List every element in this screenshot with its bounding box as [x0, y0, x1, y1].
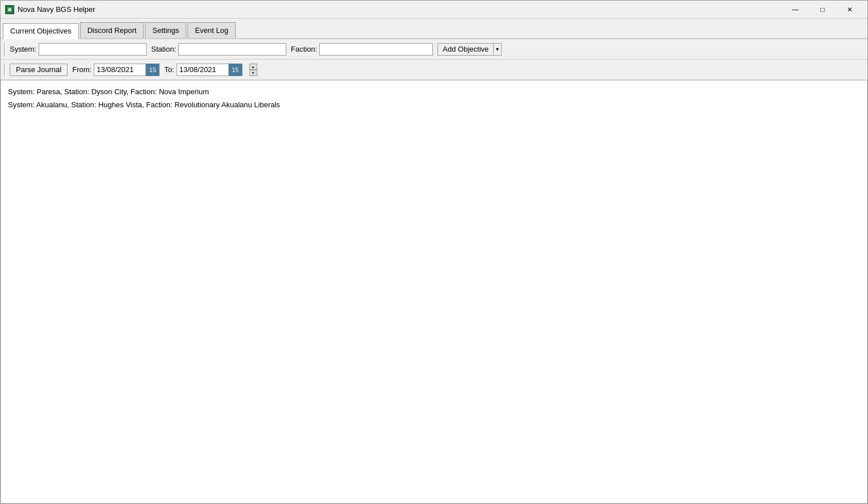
- main-window: Nova Navy BGS Helper — □ ✕ Current Objec…: [0, 0, 868, 504]
- from-label: From:: [72, 65, 91, 74]
- parse-journal-button[interactable]: Parse Journal: [10, 64, 68, 76]
- station-input[interactable]: [178, 43, 286, 56]
- station-label: Station:: [151, 45, 176, 53]
- list-item: System: Akualanu, Station: Hughes Vista,…: [8, 98, 860, 111]
- tab-bar: Current Objectives Discord Report Settin…: [1, 19, 867, 39]
- tab-event-log[interactable]: Event Log: [187, 22, 236, 38]
- system-label: System:: [10, 45, 36, 53]
- date-scroll-buttons: ▲ ▼: [249, 64, 257, 76]
- scroll-down-button[interactable]: ▼: [249, 70, 257, 76]
- toolbar-row-2: Parse Journal From: 13/08/2021 15 To: 13…: [1, 60, 867, 80]
- from-calendar-button[interactable]: 15: [145, 64, 159, 76]
- to-calendar-button[interactable]: 15: [228, 64, 242, 76]
- to-date-group: 13/08/2021 15: [177, 64, 243, 76]
- tab-discord-report[interactable]: Discord Report: [80, 22, 144, 38]
- from-date-group: 13/08/2021 15: [94, 64, 160, 76]
- list-item: System: Paresa, Station: Dyson City, Fac…: [8, 85, 860, 98]
- faction-label: Faction:: [291, 45, 317, 53]
- add-objective-dropdown-arrow[interactable]: ▾: [494, 45, 501, 53]
- system-input[interactable]: [39, 43, 147, 56]
- tab-current-objectives[interactable]: Current Objectives: [3, 23, 79, 39]
- window-title: Nova Navy BGS Helper: [18, 5, 95, 14]
- maximize-button[interactable]: □: [809, 4, 836, 15]
- to-date-value: 13/08/2021: [177, 64, 228, 75]
- faction-input[interactable]: [319, 43, 433, 56]
- content-area: System: Paresa, Station: Dyson City, Fac…: [1, 80, 867, 503]
- title-bar-controls: — □ ✕: [782, 4, 863, 15]
- svg-rect-2: [9, 9, 11, 11]
- title-bar: Nova Navy BGS Helper — □ ✕: [1, 1, 867, 19]
- toolbar-separator-2: [4, 63, 6, 77]
- scroll-up-button[interactable]: ▲: [249, 64, 257, 70]
- to-label: To:: [164, 65, 174, 74]
- add-objective-label: Add Objective: [438, 44, 494, 54]
- close-button[interactable]: ✕: [837, 4, 863, 15]
- tab-settings[interactable]: Settings: [145, 22, 186, 38]
- toolbar-separator-1: [4, 43, 6, 56]
- toolbar-row-1: System: Station: Faction: Add Objective …: [1, 39, 867, 60]
- add-objective-button[interactable]: Add Objective ▾: [437, 43, 502, 56]
- from-date-value: 13/08/2021: [94, 64, 145, 75]
- app-icon: [5, 5, 14, 14]
- minimize-button[interactable]: —: [782, 4, 808, 15]
- title-bar-left: Nova Navy BGS Helper: [5, 5, 95, 14]
